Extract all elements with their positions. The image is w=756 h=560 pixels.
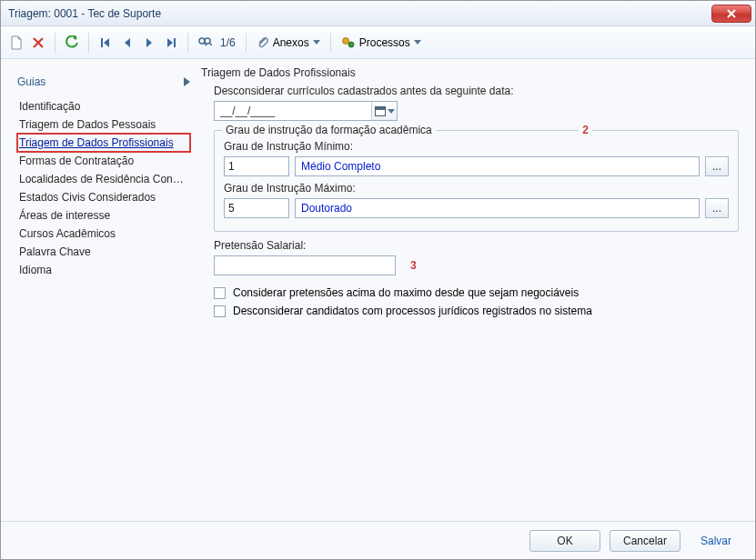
grau-min-text-input[interactable] [295, 156, 700, 176]
svg-point-2 [342, 37, 348, 44]
date-value: __/__/____ [220, 105, 275, 117]
cancel-button[interactable]: Cancelar [610, 530, 680, 552]
sidebar-item-palavra-chave[interactable]: Palavra Chave [17, 243, 190, 261]
date-label: Desconsiderar currículos cadastrados ant… [214, 85, 742, 97]
chevron-down-icon [388, 109, 395, 114]
chk-juridicos-label: Desconsiderar candidatos com processos j… [233, 305, 592, 317]
sidebar-item-cursos[interactable]: Cursos Acadêmicos [17, 225, 190, 243]
last-record-icon[interactable] [163, 35, 179, 51]
date-picker-button[interactable] [371, 102, 397, 120]
chevron-down-icon [414, 40, 421, 45]
groupbox-legend: Grau de instrução da formação acadêmica [222, 124, 436, 136]
gear-group-icon [341, 35, 356, 50]
education-groupbox: Grau de instrução da formação acadêmica … [214, 130, 739, 232]
attachments-label: Anexos [273, 36, 309, 49]
sidebar-item-identificacao[interactable]: Identificação [17, 97, 190, 115]
sidebar-list: Identificação Triagem de Dados Pessoais … [17, 97, 190, 279]
refresh-icon[interactable] [64, 35, 80, 51]
footer: OK Cancelar Salvar [1, 521, 755, 559]
sidebar-item-localidades[interactable]: Localidades de Residência Consi... [17, 170, 190, 188]
calendar-icon [375, 106, 386, 116]
sidebar-item-dados-profissionais[interactable]: Triagem de Dados Profissionais [17, 134, 190, 152]
content-area: Guias Identificação Triagem de Dados Pes… [1, 59, 755, 521]
pretensao-label: Pretensão Salarial: [214, 239, 742, 252]
window-title: Triagem: 0001 - Tec de Suporte [8, 7, 711, 20]
sidebar-item-estados-civis[interactable]: Estados Civis Considerados [17, 188, 190, 206]
separator [330, 33, 331, 53]
new-icon[interactable] [8, 35, 25, 51]
sidebar-item-areas-interesse[interactable]: Áreas de interesse [17, 206, 190, 225]
processes-label: Processos [359, 36, 410, 49]
annotation-3: 3 [410, 259, 417, 272]
grau-max-browse-button[interactable]: ... [705, 198, 729, 218]
separator [88, 33, 89, 53]
separator [187, 33, 188, 53]
first-record-icon[interactable] [97, 35, 114, 51]
ok-button[interactable]: OK [529, 530, 600, 552]
grau-min-code-input[interactable] [224, 156, 289, 176]
paperclip-icon [257, 35, 269, 50]
toolbar: 1/6 Anexos Processos [1, 26, 755, 59]
find-icon[interactable] [197, 35, 213, 51]
attachments-menu[interactable]: Anexos [255, 35, 322, 50]
sidebar-item-dados-pessoais[interactable]: Triagem de Dados Pessoais [17, 115, 190, 134]
grau-max-text-input[interactable] [295, 198, 700, 218]
chk-negociaveis[interactable] [214, 287, 226, 299]
grau-min-label: Grau de Instrução Mínimo: [224, 140, 729, 153]
grau-max-code-input[interactable] [224, 198, 289, 218]
date-input[interactable]: __/__/____ [214, 101, 398, 121]
separator [55, 33, 55, 53]
delete-icon[interactable] [30, 35, 46, 51]
section-title: Triagem de Dados Profissionais [201, 66, 742, 79]
prev-record-icon[interactable] [119, 35, 136, 51]
pretensao-input[interactable] [214, 255, 396, 275]
window: Triagem: 0001 - Tec de Suporte [0, 0, 756, 560]
processes-menu[interactable]: Processos [339, 35, 423, 50]
sidebar-item-idioma[interactable]: Idioma [17, 261, 190, 279]
collapse-arrow-icon[interactable] [184, 77, 190, 86]
sidebar: Guias Identificação Triagem de Dados Pes… [1, 59, 201, 521]
close-button[interactable] [711, 5, 751, 23]
titlebar: Triagem: 0001 - Tec de Suporte [1, 1, 755, 26]
page-counter: 1/6 [218, 36, 237, 49]
save-button[interactable]: Salvar [690, 530, 742, 552]
chk-negociaveis-label: Considerar pretensões acima do maximo de… [233, 286, 579, 299]
chevron-down-icon [313, 40, 320, 45]
sidebar-heading-row: Guias [17, 75, 190, 88]
next-record-icon[interactable] [141, 35, 157, 51]
separator [246, 33, 247, 53]
chk-juridicos[interactable] [214, 305, 226, 317]
sidebar-heading: Guias [17, 75, 45, 88]
annotation-2: 2 [579, 124, 592, 136]
main-panel: Triagem de Dados Profissionais Desconsid… [201, 59, 755, 521]
svg-point-3 [348, 42, 354, 47]
sidebar-item-formas-contratacao[interactable]: Formas de Contratação [17, 152, 190, 170]
grau-min-browse-button[interactable]: ... [705, 156, 729, 176]
grau-max-label: Grau de Instrução Máximo: [224, 182, 729, 195]
